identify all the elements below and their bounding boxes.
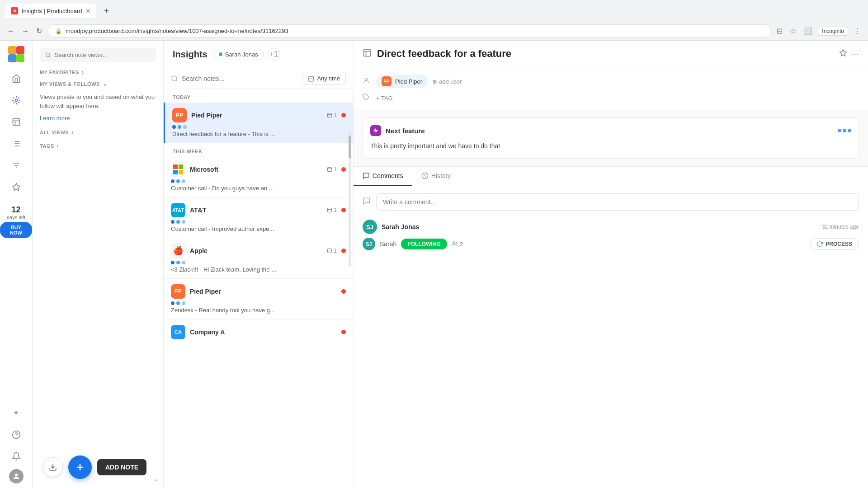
- forward-button[interactable]: →: [20, 25, 31, 37]
- reload-button[interactable]: ↻: [34, 25, 44, 37]
- note-count-icon: 1: [327, 248, 337, 254]
- company-avatar: PP: [171, 284, 185, 299]
- user-avatar[interactable]: [9, 469, 24, 483]
- bookmark-button[interactable]: ☆: [788, 25, 798, 37]
- main-feed: Insights Sarah Jonas +1 Any time TODAY: [164, 41, 354, 488]
- nav-bell[interactable]: [7, 447, 25, 465]
- more-options-button[interactable]: ⋯: [851, 49, 859, 59]
- nav-star[interactable]: [7, 178, 25, 196]
- note-views-search[interactable]: [40, 48, 156, 62]
- company-pill[interactable]: PP Pied Piper: [376, 75, 428, 88]
- cast-button[interactable]: ⊟: [775, 25, 784, 37]
- user-meta-icon: [363, 77, 372, 86]
- feed-item-text: Zendesk - Real handy tool you have g...: [171, 307, 346, 314]
- add-user-button[interactable]: ⊕ add user: [432, 78, 462, 85]
- feed-item[interactable]: Microsoft 1 Customer call - Do you guys …: [164, 157, 353, 197]
- filter-plus-button[interactable]: +1: [268, 48, 280, 61]
- menu-button[interactable]: ⋮: [852, 25, 863, 37]
- dot-2: [176, 261, 180, 264]
- scrollbar-thumb[interactable]: [349, 136, 351, 158]
- comment-input[interactable]: [376, 193, 859, 211]
- download-icon: [49, 463, 57, 471]
- dot-3: [182, 261, 185, 264]
- days-left-number: 12: [0, 205, 32, 215]
- tab-close-button[interactable]: ✕: [85, 7, 91, 14]
- feed-item[interactable]: PP Pied Piper Zendesk - Real handy tool …: [164, 279, 353, 319]
- unread-dot: [341, 289, 346, 294]
- feed-item-text: Customer call - Improved author expe...: [171, 225, 346, 232]
- feed-item[interactable]: 🍎 Apple 1 <3 Zlack!!! - Hi Zlack team, L…: [164, 238, 353, 279]
- my-favorites-header[interactable]: MY FAVORITES ›: [40, 69, 156, 75]
- nav-notes[interactable]: [7, 113, 25, 131]
- tab-history[interactable]: History: [412, 167, 460, 186]
- add-user-icon: ⊕: [432, 78, 437, 85]
- pin-button[interactable]: [839, 49, 847, 59]
- svg-rect-39: [328, 208, 332, 212]
- feature-more-dots[interactable]: [838, 129, 851, 132]
- add-note-button[interactable]: [68, 455, 92, 479]
- my-views-header[interactable]: MY VIEWS & FOLLOWS ⌄: [40, 81, 156, 87]
- filter-chip-label: Sarah Jonas: [225, 51, 258, 58]
- company-name: Pied Piper: [191, 112, 322, 119]
- following-button[interactable]: FOLLOWING: [401, 239, 447, 249]
- buy-now-button[interactable]: BUY NOW: [0, 222, 32, 238]
- browser-tab[interactable]: ✕ Insights | Productboard ✕: [5, 4, 96, 18]
- scrollbar-track[interactable]: [349, 131, 351, 267]
- extensions-button[interactable]: ⬜: [802, 25, 814, 37]
- unread-dot: [341, 167, 346, 172]
- add-tag-button[interactable]: + TAG: [376, 95, 393, 102]
- app-logo[interactable]: [8, 46, 24, 62]
- comment-item: SJ Sarah Jonas 32 minutes ago: [363, 220, 859, 234]
- notes-search-input[interactable]: [182, 75, 298, 82]
- dot-3: [182, 220, 185, 224]
- meta-company-row: PP Pied Piper ⊕ add user: [363, 75, 859, 88]
- address-bar[interactable]: 🔒 moodjoy.productboard.com/insights/note…: [47, 24, 771, 38]
- add-note-label[interactable]: ADD NOTE: [97, 459, 146, 475]
- my-favorites-chevron: ›: [82, 69, 84, 75]
- time-filter[interactable]: Any time: [302, 72, 346, 85]
- dot-1: [171, 220, 175, 224]
- svg-point-4: [15, 99, 17, 102]
- tab-comments[interactable]: Comments: [354, 167, 412, 186]
- svg-rect-1: [16, 46, 24, 54]
- nav-insights[interactable]: [7, 91, 25, 109]
- commenter-avatar: SJ: [363, 220, 377, 234]
- nav-list[interactable]: [7, 135, 25, 153]
- company-name: AT&T: [190, 206, 322, 214]
- back-button[interactable]: ←: [5, 25, 16, 37]
- company-avatar: CA: [171, 325, 185, 339]
- tab-history-label: History: [431, 172, 451, 179]
- comment-header: SJ Sarah Jonas 32 minutes ago: [363, 220, 859, 234]
- unread-dot: [341, 249, 346, 253]
- feed-item[interactable]: AT&T AT&T 1 Customer call - Improved aut…: [164, 197, 353, 238]
- dot-3: [183, 125, 187, 129]
- nav-filter[interactable]: [7, 156, 25, 174]
- company-name: Microsoft: [190, 166, 322, 173]
- filter-chip-sarah[interactable]: Sarah Jonas: [213, 49, 264, 60]
- feed-item[interactable]: PP Pied Piper 1 Direct feedback for a fe…: [164, 103, 353, 143]
- new-tab-button[interactable]: +: [100, 4, 113, 18]
- dot-1: [171, 301, 175, 305]
- views-description: Views private to you and based on what y…: [40, 93, 156, 110]
- section-label-today: TODAY: [164, 89, 353, 103]
- user-small-avatar: SJ: [363, 238, 375, 250]
- company-avatar: AT&T: [171, 203, 185, 217]
- user-name: Sarah: [380, 240, 396, 248]
- download-button[interactable]: [43, 457, 63, 477]
- nav-help[interactable]: [7, 426, 25, 444]
- my-views-label: MY VIEWS & FOLLOWS: [40, 81, 100, 87]
- dot-2: [178, 125, 181, 129]
- process-button[interactable]: PROCESS: [810, 238, 859, 250]
- learn-more-link[interactable]: Learn more: [40, 115, 70, 122]
- sidebar-scroll-bottom[interactable]: [153, 477, 160, 485]
- company-pill-name: Pied Piper: [395, 78, 422, 85]
- comments-icon: [363, 172, 370, 179]
- note-views-search-input[interactable]: [55, 52, 151, 58]
- tags-header[interactable]: TAGS ›: [40, 143, 156, 149]
- feed-item[interactable]: CA Company A: [164, 319, 353, 344]
- feed-search-row: Any time: [164, 68, 353, 89]
- nav-home[interactable]: [7, 70, 25, 88]
- nav-magic[interactable]: ✦: [7, 404, 25, 422]
- feature-card-header: Next feature: [370, 125, 851, 136]
- all-views-header[interactable]: ALL VIEWS ›: [40, 129, 156, 136]
